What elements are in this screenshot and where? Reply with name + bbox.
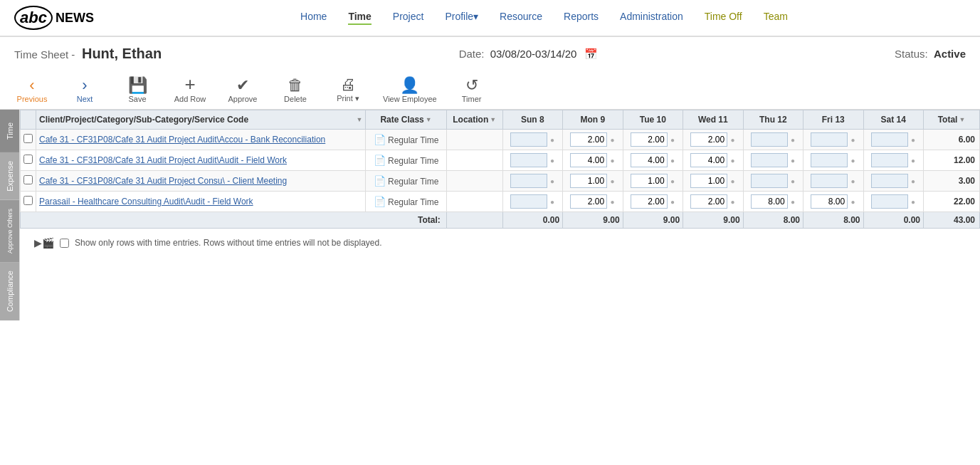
time-input-tue-1[interactable] [631,153,668,167]
dot-mon-1: ● [611,157,615,164]
time-input-tue-0[interactable] [631,132,668,147]
dot-sat-2: ● [911,177,915,185]
row-checkbox-1[interactable] [23,155,33,164]
time-input-wed-0[interactable] [690,132,727,147]
time-input-sun-0[interactable] [510,132,547,147]
col-rate-class[interactable]: Rate Class ▼ [366,110,446,130]
time-input-wed-2[interactable] [690,174,727,188]
time-input-fri-0[interactable] [811,132,848,147]
row-checkbox-2[interactable] [23,175,33,184]
dot-fri-1: ● [850,157,855,164]
time-input-fri-3[interactable] [811,194,848,209]
doc-icon-2[interactable]: 📄 [374,175,386,187]
nav-administration[interactable]: Administration [620,11,683,25]
previous-button[interactable]: ‹ Previous [14,78,50,103]
side-tab-compliance[interactable]: Compliance [0,262,19,320]
col-location[interactable]: Location ▼ [446,110,502,130]
time-input-thu-3[interactable] [751,194,788,209]
time-input-thu-1[interactable] [751,153,788,167]
calendar-icon[interactable]: 📅 [584,48,598,60]
rate-class-value-2: Regular Time [388,177,438,187]
filter-expand-icon[interactable]: ▶🎬 [34,237,54,249]
view-employee-label: View Employee [383,95,437,103]
doc-icon-1[interactable]: 📄 [374,155,386,166]
time-input-sat-1[interactable] [871,153,908,167]
time-input-mon-2[interactable] [570,174,607,188]
time-input-sat-0[interactable] [871,132,908,147]
nav-time[interactable]: Time [348,11,371,25]
dot-wed-3: ● [730,198,734,206]
side-tab-approve-others[interactable]: Approve Others [0,200,19,262]
next-label: Next [77,95,93,103]
row-wed-2: ● [683,171,743,192]
time-input-sat-3[interactable] [871,194,908,209]
time-input-wed-1[interactable] [690,153,727,167]
nav-profile[interactable]: Profile▾ [445,11,478,25]
time-input-sat-2[interactable] [871,174,908,188]
print-icon: 🖨 [340,77,356,93]
delete-icon: 🗑 [288,78,303,93]
col-client[interactable]: Client/Project/Category/Sub-Category/Ser… [36,110,366,130]
nav-reports[interactable]: Reports [564,11,599,25]
delete-button[interactable]: 🗑 Delete [278,78,313,103]
time-input-fri-2[interactable] [811,174,848,188]
filter-checkbox[interactable] [60,239,69,248]
time-input-sun-1[interactable] [510,153,547,167]
time-input-sun-2[interactable] [510,174,547,188]
col-location-arrow[interactable]: ▼ [490,116,496,123]
nav-resource[interactable]: Resource [500,11,542,25]
doc-icon-0[interactable]: 📄 [374,134,386,145]
next-button[interactable]: › Next [67,78,102,103]
time-input-fri-1[interactable] [811,153,848,167]
doc-icon-3[interactable]: 📄 [374,196,386,207]
row-rate-3: 📄 Regular Time [366,192,446,212]
approve-button[interactable]: ✔ Approve [225,78,260,103]
col-total-arrow[interactable]: ▼ [959,116,965,123]
timer-button[interactable]: ↺ Timer [454,78,490,103]
row-checkbox-cell [21,150,36,171]
col-rate-arrow[interactable]: ▼ [426,116,432,123]
time-input-thu-2[interactable] [751,174,788,188]
save-button[interactable]: 💾 Save [120,78,155,103]
side-tab-time[interactable]: Time [0,110,19,152]
row-checkbox-0[interactable] [23,134,33,143]
time-input-sun-3[interactable] [510,194,547,209]
nav-time-off[interactable]: Time Off [705,11,742,25]
nav-links: Home Time Project Profile▾ Resource Repo… [122,11,966,25]
time-input-mon-3[interactable] [570,194,607,209]
date-section: Date: 03/08/20-03/14/20 📅 [459,48,598,61]
table-row: Cafe 31 - CF31P08/Cafe 31 Audit Project … [21,150,980,171]
dot-tue-0: ● [670,136,675,144]
time-input-thu-0[interactable] [751,132,788,147]
view-employee-button[interactable]: 👤 View Employee [383,78,437,103]
row-location-0 [446,130,502,150]
row-sun-0: ● [502,130,562,150]
print-button[interactable]: 🖨 Print ▾ [330,77,366,103]
nav-project[interactable]: Project [393,11,424,25]
row-sat-0: ● [863,130,923,150]
client-link-2[interactable]: Cafe 31 - CF31P08/Cafe 31 Audit Project … [39,176,287,186]
row-sat-1: ● [863,150,923,171]
side-tab-expense[interactable]: Expense [0,152,19,200]
client-link-1[interactable]: Cafe 31 - CF31P08/Cafe 31 Audit Project … [39,155,287,165]
time-input-mon-1[interactable] [570,153,607,167]
approve-label: Approve [228,95,258,103]
nav-team[interactable]: Team [764,11,788,25]
row-checkbox-3[interactable] [23,196,33,205]
client-link-0[interactable]: Cafe 31 - CF31P08/Cafe 31 Audit Project … [39,135,325,145]
col-total[interactable]: Total ▼ [924,110,980,130]
row-wed-3: ● [683,192,743,212]
row-wed-0: ● [683,130,743,150]
time-input-tue-2[interactable] [631,174,668,188]
rate-class-value-3: Regular Time [388,197,438,207]
col-client-arrow[interactable]: ▼ [356,116,362,123]
time-input-mon-0[interactable] [570,132,607,147]
nav-home[interactable]: Home [300,11,327,25]
time-input-tue-3[interactable] [631,194,668,209]
time-input-wed-3[interactable] [690,194,727,209]
table-area: Client/Project/Category/Sub-Category/Ser… [20,110,980,320]
add-row-button[interactable]: + Add Row [172,75,208,103]
client-link-3[interactable]: Parasail - Healthcare Consulting Audit\A… [39,197,253,207]
row-tue-1: ● [623,150,683,171]
row-client-2: Cafe 31 - CF31P08/Cafe 31 Audit Project … [36,171,366,192]
